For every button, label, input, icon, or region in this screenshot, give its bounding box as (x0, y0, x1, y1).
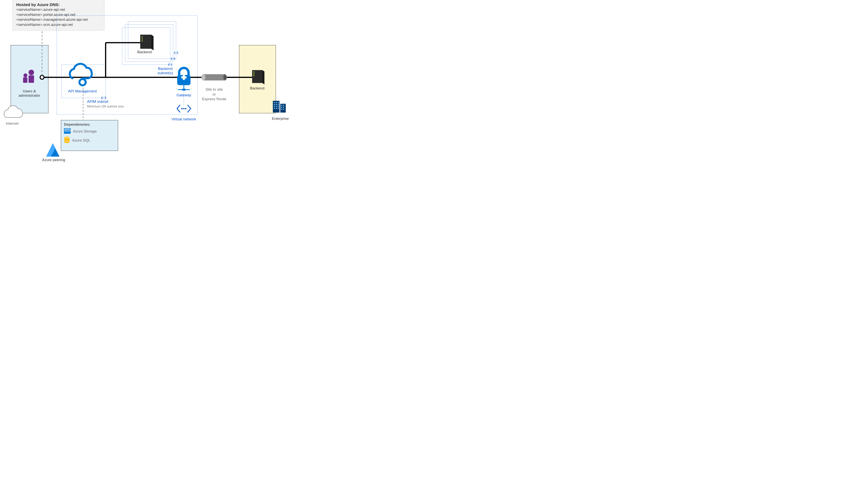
svg-rect-57 (278, 108, 279, 109)
svg-point-14 (173, 58, 173, 59)
azure-peering-label: Azure peering (42, 158, 65, 162)
server-icon (252, 70, 265, 84)
svg-rect-49 (274, 104, 275, 105)
svg-point-27 (141, 38, 143, 40)
svg-point-20 (24, 74, 27, 77)
cloud-icon (4, 106, 23, 118)
svg-rect-21 (23, 77, 27, 83)
svg-marker-25 (151, 35, 153, 50)
svg-point-16 (175, 53, 176, 53)
svg-rect-55 (274, 108, 275, 109)
svg-point-11 (104, 98, 105, 98)
svg-rect-58 (281, 105, 282, 106)
svg-point-41 (253, 75, 255, 76)
pipe-icon (201, 74, 227, 80)
svg-rect-46 (274, 102, 275, 103)
svg-rect-61 (283, 107, 284, 108)
svg-point-34 (201, 74, 205, 80)
apim-subnet-note: Minimum /29 subnet size (87, 105, 124, 108)
svg-rect-59 (283, 105, 284, 106)
svg-point-15 (173, 58, 174, 59)
vnet-label: Virtual network (168, 117, 200, 121)
svg-rect-51 (278, 104, 279, 105)
svg-point-23 (84, 81, 87, 83)
connections-layer (0, 0, 289, 166)
svg-point-10 (103, 98, 104, 98)
svg-rect-50 (276, 104, 277, 105)
svg-point-7 (181, 108, 183, 109)
svg-point-18 (29, 70, 34, 75)
svg-point-40 (253, 73, 255, 74)
svg-rect-53 (276, 106, 277, 107)
vnet-icon (177, 105, 191, 112)
users-label: Users & administrator (16, 89, 43, 98)
trunk-endpoint (40, 75, 44, 79)
svg-point-12 (169, 64, 170, 65)
svg-point-26 (141, 36, 143, 38)
svg-rect-19 (29, 75, 34, 83)
svg-point-9 (185, 108, 187, 109)
svg-point-13 (170, 64, 171, 65)
svg-point-36 (224, 75, 226, 79)
svg-rect-56 (276, 108, 277, 109)
svg-point-39 (253, 71, 255, 73)
enterprise-backend-label: Backend (250, 86, 265, 90)
enterprise-label: Enterprise (272, 117, 289, 121)
svg-rect-47 (276, 102, 277, 103)
site-to-site-label: Site to site or Express Route (198, 87, 231, 102)
internet-label: Internet (6, 121, 18, 126)
svg-rect-60 (281, 107, 282, 108)
azure-logo-icon (46, 143, 59, 157)
gateway-label: Gateway (176, 93, 192, 97)
apim-subnet-label: APIM subnet (87, 100, 108, 104)
svg-point-8 (183, 108, 185, 109)
server-icon (140, 35, 153, 50)
backend-cloud-label: Backend (137, 50, 152, 54)
svg-marker-38 (262, 70, 265, 84)
svg-rect-52 (274, 106, 275, 107)
svg-rect-54 (278, 106, 279, 107)
svg-rect-62 (281, 109, 282, 110)
gateway-icon (177, 68, 190, 91)
svg-rect-33 (203, 74, 225, 80)
diagram-canvas: Hosted by Azure DNS: <serviceName>.azure… (0, 0, 289, 166)
users-icon (23, 70, 34, 83)
svg-point-17 (176, 53, 177, 53)
apim-label: API Management (68, 89, 97, 93)
backend-subnets-label: Backend subnet(s) (154, 67, 176, 75)
buildings-icon (273, 101, 286, 113)
svg-point-28 (141, 40, 143, 41)
svg-rect-63 (283, 109, 284, 110)
svg-rect-48 (278, 102, 279, 103)
apim-icon (70, 64, 92, 86)
subnet-bracket-icon (168, 63, 172, 66)
